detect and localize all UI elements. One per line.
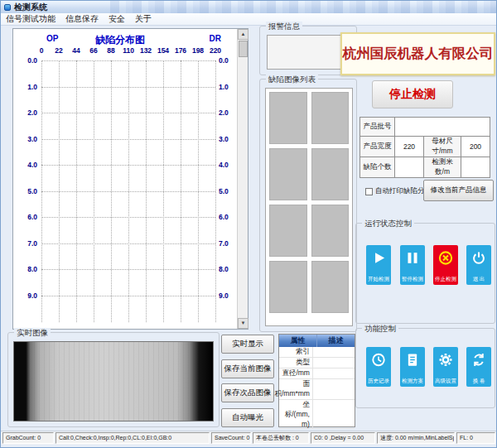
live-image-button-3[interactable]: 自动曝光	[221, 408, 274, 427]
y-tick-label: 9.0	[219, 291, 239, 300]
y-tick-label: 3.0	[219, 135, 239, 143]
grid-line-horizontal	[41, 191, 215, 192]
control-button-label: 停止检测	[435, 275, 456, 282]
defect-image-tile[interactable]	[311, 148, 350, 200]
property-table-rows: 索引类型直径/mm面积/mm*mm坐标/(mm, m)	[279, 347, 355, 429]
y-tick-label: 9.0	[17, 291, 37, 300]
y-tick-label: 1.0	[219, 83, 239, 91]
property-value	[313, 400, 355, 428]
y-tick-label: 2.0	[219, 108, 239, 117]
live-image-buttons: 实时显示保存当前图像保存次品图像自动曝光	[221, 335, 274, 427]
property-value	[313, 369, 355, 378]
defect-image-tile[interactable]	[311, 261, 350, 313]
statusbar-segment-0: GrabCount: 0	[2, 432, 54, 444]
live-camera-image	[13, 341, 214, 422]
scrollbar-thumb[interactable]	[239, 41, 248, 57]
batch-number-value[interactable]	[395, 118, 490, 137]
control-button-label: 历史记录	[368, 377, 389, 384]
grid-line-horizontal	[41, 243, 215, 244]
control-button-pause[interactable]: 暂停检测	[400, 245, 425, 285]
description-column-header[interactable]: 描述	[317, 335, 355, 347]
live-image-button-0[interactable]: 实时显示	[221, 335, 274, 354]
y-tick-label: 0.0	[219, 56, 239, 65]
menubar: 信号测试功能信息保存安全关于	[1, 13, 496, 26]
y-tick-label: 7.0	[17, 239, 37, 248]
control-button-power[interactable]: 退 出	[466, 245, 491, 285]
statusbar-segment-6: FL: 0	[456, 432, 495, 444]
y-tick-label: 6.0	[219, 213, 239, 221]
statusbar-segment-2: SaveCount: 0	[211, 432, 251, 444]
control-button-history[interactable]: 历史记录	[366, 347, 391, 387]
property-row[interactable]: 直径/mm	[279, 369, 355, 379]
control-button-label: 暂停检测	[402, 275, 423, 282]
auto-print-checkbox[interactable]	[365, 188, 373, 195]
property-table-header: 属性 描述	[279, 335, 355, 347]
defect-image-tile[interactable]	[311, 205, 350, 257]
function-control-buttons: 历史记录检测方案高级设置换 卷	[356, 329, 495, 407]
y-tick-label: 4.0	[17, 161, 37, 169]
statusbar: GrabCount: 0Call:0,Check:0,Insp:0,Rep:0,…	[1, 431, 496, 445]
y-tick-label: 5.0	[17, 187, 37, 195]
x-tick-label: 22	[55, 46, 62, 55]
defect-count-label: 缺陷个数	[360, 157, 395, 178]
defect-image-tile[interactable]	[269, 148, 307, 200]
company-banner: 杭州国辰机器人有限公司	[340, 32, 495, 75]
menu-item-2[interactable]: 安全	[109, 13, 125, 25]
chart-corner-op: OP	[46, 34, 58, 43]
control-button-gear[interactable]: 高级设置	[433, 347, 458, 387]
control-button-stop[interactable]: 停止检测	[433, 245, 458, 285]
defect-image-tile[interactable]	[269, 261, 307, 313]
chart-corner-dr: DR	[210, 34, 221, 43]
grid-line-horizontal	[41, 60, 215, 61]
product-width-label: 产品宽度	[360, 137, 395, 157]
property-name: 索引	[279, 347, 313, 357]
product-info-table: 产品批号 产品宽度 220 母材尺寸/mm 200 缺陷个数 检测米数/m	[359, 117, 490, 178]
property-column-header[interactable]: 属性	[279, 335, 317, 347]
chart-title: 缺陷分布图	[13, 33, 227, 47]
statusbar-segment-4: C0: 0 ,Delay = 0.00	[311, 432, 375, 444]
detection-status-panel: 停止检测	[372, 80, 453, 108]
property-row[interactable]: 面积/mm*mm	[279, 379, 355, 400]
product-width-value[interactable]: 220	[395, 137, 424, 157]
defect-count-value[interactable]	[395, 157, 424, 178]
statusbar-segment-1: Call:0,Check:0,Insp:0,Rep:0,CL:0,EI:0,GB…	[55, 432, 210, 444]
property-row[interactable]: 坐标/(mm, m)	[279, 400, 355, 429]
property-name: 坐标/(mm, m)	[279, 400, 313, 428]
property-value	[313, 358, 355, 368]
menu-item-1[interactable]: 信息保存	[65, 13, 99, 25]
control-button-document[interactable]: 检测方案	[400, 347, 425, 387]
defect-image-tile[interactable]	[311, 92, 350, 144]
function-control-group: 功能控制 历史记录检测方案高级设置换 卷	[355, 328, 495, 408]
control-button-play[interactable]: 开始检测	[366, 245, 391, 285]
titlebar[interactable]: 检测系统	[1, 1, 496, 13]
property-row[interactable]: 类型	[279, 358, 355, 369]
defect-distribution-chart: 缺陷分布图 OP DR 022446688110132154176198220 …	[12, 28, 248, 330]
table-row: 产品宽度 220 母材尺寸/mm 200	[360, 137, 490, 157]
defect-image-tile[interactable]	[269, 92, 307, 144]
grid-line-horizontal	[41, 113, 215, 113]
x-axis-labels: 022446688110132154176198220	[41, 46, 215, 56]
x-tick-label: 176	[175, 46, 186, 55]
grid-line-horizontal	[41, 165, 215, 166]
scrollbar-down-arrow-icon[interactable]: ▼	[238, 318, 248, 329]
live-image-button-2[interactable]: 保存次品图像	[221, 383, 274, 402]
grid-line-horizontal	[41, 217, 215, 218]
property-row[interactable]: 索引	[279, 347, 355, 358]
x-tick-label: 132	[140, 46, 152, 55]
modify-product-info-button[interactable]: 修改当前产品信息	[423, 180, 494, 201]
control-button-exchange[interactable]: 换 卷	[466, 347, 491, 387]
app-window: 检测系统 信号测试功能信息保存安全关于 缺陷分布图 OP DR 02244668…	[0, 0, 497, 448]
property-name: 面积/mm*mm	[279, 379, 313, 399]
menu-item-3[interactable]: 关于	[135, 13, 152, 25]
control-button-label: 高级设置	[435, 377, 456, 384]
meters-detected-value[interactable]	[461, 157, 490, 178]
material-size-value[interactable]: 200	[461, 137, 490, 157]
live-image-button-1[interactable]: 保存当前图像	[221, 359, 274, 378]
plot-area	[41, 60, 215, 322]
scrollbar-up-arrow-icon[interactable]: ▲	[238, 29, 248, 40]
grid-line-horizontal	[41, 269, 215, 270]
menu-item-0[interactable]: 信号测试功能	[6, 13, 55, 25]
defect-image-tile[interactable]	[269, 205, 307, 257]
chart-scrollbar[interactable]: ▲ ▼	[237, 29, 248, 329]
defect-image-list-label: 缺陷图像列表	[266, 75, 318, 85]
